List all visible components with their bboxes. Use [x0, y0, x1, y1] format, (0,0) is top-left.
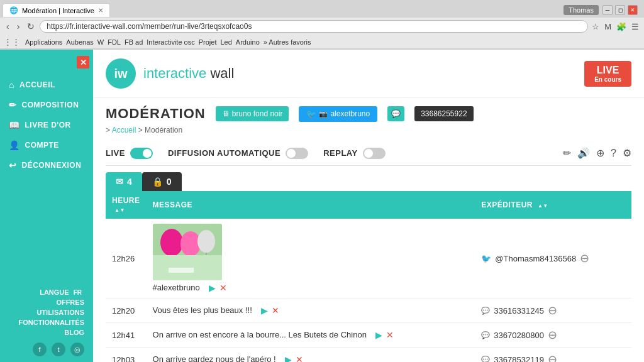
monitor-button[interactable]: 🖥 bruno fond noir [216, 106, 289, 121]
live-toggle-knob [143, 149, 152, 158]
twitter-icon[interactable]: t [52, 343, 65, 356]
sms-sender-icon-2: 💬 [481, 331, 490, 339]
settings-icon[interactable]: ⚙ [623, 147, 631, 159]
block-button-0[interactable]: ⊖ [580, 251, 589, 265]
add-icon[interactable]: ⊕ [596, 147, 604, 159]
delete-button-2[interactable]: ✕ [386, 330, 394, 340]
logo-header: iw interactive wall LIVE En cours [93, 50, 644, 98]
bookmark-fbad[interactable]: FB ad [125, 38, 143, 46]
sender-info-3: 💬 33678532119 ⊖ [481, 353, 625, 362]
bookmark-projet[interactable]: Projet [199, 38, 217, 46]
replay-toggle-knob [364, 149, 373, 158]
bookmark-arduino[interactable]: Arduino [236, 38, 260, 46]
back-button[interactable]: ‹ [4, 20, 12, 33]
bookmark-applications[interactable]: Applications [25, 38, 62, 46]
browser-tab[interactable]: 🌐 Modération | Interactive ✕ [3, 3, 110, 17]
table-row: 12h03 On arrive gardez nous de l'apéro !… [106, 348, 631, 363]
sidebar-item-accueil[interactable]: ⌂ ACCUEIL [0, 75, 93, 95]
breadcrumb-current: Modération [145, 126, 182, 134]
twitter-badge: 🐦 📷 alexetbruno [299, 106, 377, 122]
minimize-button[interactable]: ─ [602, 5, 613, 15]
extension-icon[interactable]: 🧩 [615, 21, 628, 33]
play-button-1[interactable]: ▶ [261, 305, 268, 315]
block-button-1[interactable]: ⊖ [548, 304, 557, 317]
volume-icon[interactable]: 🔊 [577, 147, 590, 159]
sidebar-close-button[interactable]: ✕ [77, 56, 89, 69]
time-cell-2: 12h41 [106, 323, 147, 348]
sidebar-label-accueil: ACCUEIL [19, 80, 55, 89]
live-label: LIVE [106, 148, 125, 158]
message-text-2: On arrive on est encore à la bourre... L… [153, 330, 367, 339]
sender-cell-3: 💬 33678532119 ⊖ [475, 348, 631, 363]
live-badge: LIVE En cours [584, 61, 631, 87]
bookmark-aubenas[interactable]: Aubenas [66, 38, 93, 46]
maximize-button[interactable]: ◻ [615, 5, 625, 15]
monitor-icon: 🖥 [222, 109, 230, 118]
bookmark-led[interactable]: Led [220, 38, 231, 46]
logo-text: interactive wall [143, 65, 234, 82]
mail-icon: ✉ [116, 177, 123, 187]
bookmarks-bar: ⋮⋮ Applications Aubenas W FDL FB ad Inte… [0, 35, 644, 49]
svg-point-2 [180, 231, 201, 256]
blog-link[interactable]: BLOG [64, 329, 84, 336]
facebook-icon[interactable]: f [33, 343, 47, 356]
delete-button-0[interactable]: ✕ [219, 283, 227, 293]
sidebar: ✕ ⌂ ACCUEIL ✏ COMPOSITION 📖 LIVRE D'OR 👤… [0, 50, 93, 362]
breadcrumb-home[interactable]: Accueil [112, 126, 136, 134]
sidebar-item-deconnexion[interactable]: ↩ DÉCONNEXION [0, 155, 93, 175]
delete-button-3[interactable]: ✕ [296, 354, 303, 362]
tab-messages[interactable]: ✉ 4 [106, 172, 142, 191]
sender-name-2: 33670280800 [494, 331, 544, 340]
diffusion-control: DIFFUSION AUTOMATIQUE [168, 148, 308, 159]
offres-link[interactable]: OFFRES [56, 299, 84, 306]
play-button-0[interactable]: ▶ [209, 283, 216, 293]
sidebar-label-livredoor: LIVRE D'OR [25, 121, 71, 129]
header-expediteur[interactable]: EXPÉDITEUR ▲▼ [475, 191, 631, 219]
sender-cell-1: 💬 33616331245 ⊖ [475, 299, 631, 323]
action-icons-3: ▶ ✕ [285, 354, 303, 362]
star-icon[interactable]: ☆ [591, 21, 601, 33]
bookmark-interactivite[interactable]: Interactivite osc [147, 38, 194, 46]
refresh-button[interactable]: ↻ [25, 20, 37, 33]
sender-name-0: @Thomasm84136568 [495, 254, 576, 263]
tab-bar: 🌐 Modération | Interactive ✕ Thomas ─ ◻ … [0, 0, 644, 18]
sidebar-item-livredoor[interactable]: 📖 LIVRE D'OR [0, 115, 93, 135]
action-icons-1: ▶ ✕ [261, 305, 279, 315]
close-button[interactable]: ✕ [628, 5, 638, 15]
header-heure[interactable]: HEURE ▲▼ [106, 191, 147, 219]
phone-badge: 33686255922 [414, 106, 473, 121]
play-button-3[interactable]: ▶ [285, 354, 292, 362]
bookmark-autres[interactable]: » Autres favoris [264, 38, 311, 46]
delete-button-1[interactable]: ✕ [272, 305, 279, 315]
sender-name-3: 33678532119 [494, 355, 544, 363]
instagram-icon[interactable]: ◎ [70, 343, 84, 356]
breadcrumb: > Accueil > Modération [106, 124, 631, 141]
address-input[interactable] [40, 20, 588, 33]
apps-icon[interactable]: ⋮⋮ [3, 36, 21, 48]
tab-close-button[interactable]: ✕ [98, 7, 103, 14]
live-toggle[interactable] [130, 148, 153, 159]
block-button-3[interactable]: ⊖ [548, 353, 557, 362]
play-button-2[interactable]: ▶ [375, 330, 382, 340]
menu-icon[interactable]: ☰ [630, 21, 640, 33]
logout-icon: ↩ [9, 160, 17, 170]
action-icons-2: ▶ ✕ [375, 330, 394, 340]
tab-blocked[interactable]: 🔒 0 [142, 172, 182, 191]
utilisations-link[interactable]: UTILISATIONS [36, 309, 84, 316]
edit-icon[interactable]: ✏ [563, 147, 571, 159]
message-row-content-1: Vous êtes les plus beaux !!! ▶ ✕ [153, 305, 469, 315]
forward-button[interactable]: › [14, 20, 23, 33]
bookmark-w[interactable]: W [97, 38, 104, 46]
msg-cell-2: On arrive on est encore à la bourre... L… [147, 323, 475, 348]
sender-cell-0: 🐦 @Thomasm84136568 ⊖ [475, 219, 631, 299]
replay-toggle[interactable] [363, 148, 386, 159]
fonctionnalites-link[interactable]: FONCTIONNALITÉS [19, 319, 85, 326]
diffusion-toggle[interactable] [286, 148, 308, 159]
langue-link[interactable]: LANGUE FR [40, 288, 84, 296]
bookmark-icon[interactable]: M [603, 21, 613, 33]
help-icon[interactable]: ? [611, 148, 616, 159]
bookmark-fdl[interactable]: FDL [108, 38, 121, 46]
sidebar-item-composition[interactable]: ✏ COMPOSITION [0, 95, 93, 115]
sidebar-item-compte[interactable]: 👤 COMPTE [0, 135, 93, 155]
block-button-2[interactable]: ⊖ [548, 328, 557, 342]
